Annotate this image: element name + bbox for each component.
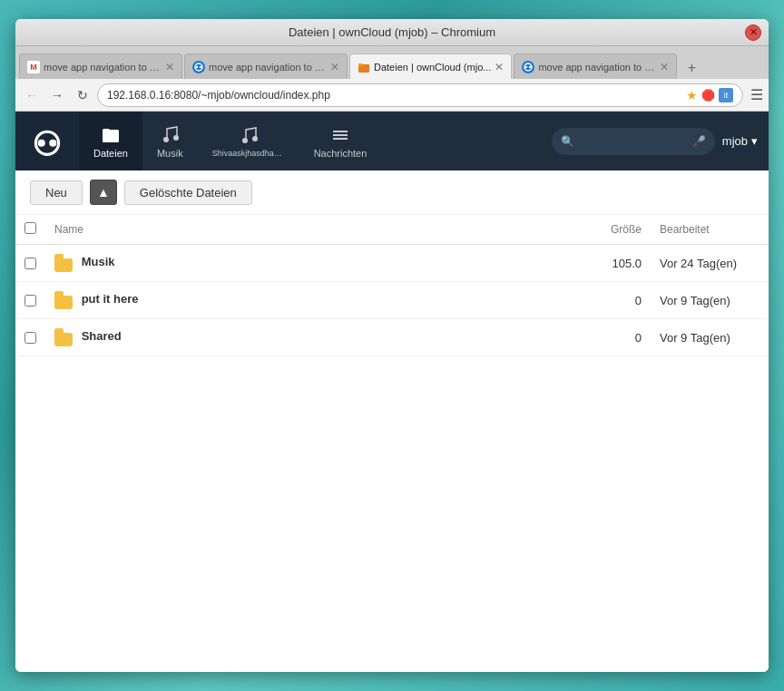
folder-icon-1 [54, 291, 73, 309]
app-navbar: Dateien Musik Shivaaskjhasdhaadjhlksdasd [15, 112, 769, 170]
svg-point-16 [252, 136, 258, 141]
window-title: Dateien | ownCloud (mjob) – Chromium [289, 25, 495, 39]
row-checkbox-2[interactable] [24, 332, 36, 344]
music-nav-icon [160, 124, 180, 144]
microphone-icon[interactable]: 🎤 [692, 135, 706, 148]
svg-point-1 [196, 65, 198, 67]
row-name-2[interactable]: Shared [45, 319, 578, 356]
row-name-1[interactable]: put it here [45, 282, 578, 319]
tab-close-nav2[interactable]: ✕ [660, 61, 669, 73]
tab-nav1[interactable]: move app navigation to tc... ✕ [184, 54, 348, 79]
user-menu[interactable]: mjob ▾ [722, 134, 758, 148]
svg-point-9 [38, 139, 45, 146]
folder-icon-0 [54, 254, 73, 272]
row-size-0: 105.0 [578, 245, 651, 282]
reload-button[interactable]: ↻ [72, 84, 93, 106]
forward-button[interactable]: → [46, 84, 68, 106]
nav-search-area: 🔍 🎤 mjob ▾ [552, 128, 769, 155]
svg-point-6 [525, 65, 527, 67]
upload-button[interactable]: ▲ [90, 180, 117, 205]
tab-close-gmail[interactable]: ✕ [165, 61, 174, 73]
row-checkbox-cell [15, 282, 45, 319]
app-logo [15, 112, 79, 170]
tab-label-gmail: move app navigation to tc... [44, 62, 162, 73]
tab-nav2[interactable]: move app navigation to tc... ✕ [514, 54, 677, 79]
tab-close-dateien[interactable]: ✕ [495, 61, 504, 73]
browser-window: Dateien | ownCloud (mjob) – Chromium ✕ M… [15, 19, 769, 672]
extension-icon: it [719, 88, 733, 102]
tab-favicon-nav2 [522, 61, 534, 73]
shield-icon: 🛑 [701, 89, 715, 102]
nav-item-dateien[interactable]: Dateien [79, 112, 142, 170]
svg-point-14 [173, 135, 179, 141]
row-checkbox-cell [15, 319, 45, 356]
name-column-header: Name [45, 215, 578, 245]
tab-label-dateien: Dateien | ownCloud (mjo... [374, 62, 491, 73]
messages-nav-icon [330, 124, 350, 144]
select-all-checkbox[interactable] [24, 222, 36, 234]
tab-close-nav1[interactable]: ✕ [330, 61, 339, 73]
tab-dateien[interactable]: Dateien | ownCloud (mjo... ✕ [349, 54, 512, 79]
title-bar: Dateien | ownCloud (mjob) – Chromium ✕ [15, 19, 769, 46]
search-icon: 🔍 [561, 135, 574, 148]
nav-item-dateien-label: Dateien [93, 148, 128, 159]
nav-search-box[interactable]: 🔍 🎤 [552, 128, 715, 155]
table-row: Shared 0 Vor 9 Tag(en) [15, 319, 769, 356]
bookmark-icon[interactable]: ★ [686, 88, 698, 102]
deleted-files-button[interactable]: Gelöschte Dateien [124, 180, 252, 205]
new-tab-button[interactable]: + [679, 57, 704, 79]
window-close-button[interactable]: ✕ [745, 24, 761, 41]
main-content: Neu ▲ Gelöschte Dateien Name Größe Bearb… [15, 170, 769, 672]
nav-item-musik2[interactable]: Shivaaskjhasdhaadjhlksdasd [198, 112, 299, 170]
svg-rect-18 [333, 134, 348, 136]
address-bar: ← → ↻ 192.168.0.16:8080/~mjob/owncloud/i… [15, 79, 769, 112]
browser-menu-icon[interactable]: ☰ [750, 86, 763, 103]
row-date-2: Vor 9 Tag(en) [651, 319, 769, 356]
row-name-0[interactable]: Musik [45, 245, 578, 282]
row-checkbox-0[interactable] [24, 258, 36, 269]
nav-item-nachrichten[interactable]: Nachrichten [299, 112, 382, 170]
back-button[interactable]: ← [21, 84, 43, 106]
table-row: Musik 105.0 Vor 24 Tag(en) [15, 245, 769, 282]
row-size-2: 0 [578, 319, 651, 356]
url-text: 192.168.0.16:8080/~mjob/owncloud/index.p… [107, 89, 330, 102]
row-date-0: Vor 24 Tag(en) [651, 245, 769, 282]
svg-point-15 [242, 138, 248, 143]
svg-rect-17 [333, 131, 348, 132]
svg-rect-12 [103, 129, 110, 132]
user-menu-chevron-icon: ▾ [751, 134, 758, 148]
tab-bar: M move app navigation to tc... ✕ move ap… [15, 46, 769, 79]
row-date-1: Vor 9 Tag(en) [651, 282, 769, 319]
nav-items: Dateien Musik Shivaaskjhasdhaadjhlksdasd [79, 112, 552, 170]
svg-point-7 [529, 65, 531, 67]
nav-item-musik-label: Musik [157, 148, 183, 159]
user-name: mjob [722, 134, 748, 148]
files-toolbar: Neu ▲ Gelöschte Dateien [15, 170, 769, 215]
row-checkbox-1[interactable] [24, 295, 36, 307]
tab-favicon-dateien [358, 61, 370, 73]
nav-item-musik[interactable]: Musik [142, 112, 198, 170]
new-button[interactable]: Neu [30, 180, 83, 205]
tab-label-nav2: move app navigation to tc... [538, 62, 656, 73]
svg-point-10 [49, 139, 56, 146]
modified-column-header: Bearbeitet [651, 215, 769, 245]
music2-nav-icon [239, 125, 259, 145]
tab-label-nav1: move app navigation to tc... [209, 62, 327, 73]
file-table: Name Größe Bearbeitet Musik 105.0 Vor 24… [15, 215, 769, 356]
row-size-1: 0 [578, 282, 651, 319]
nav-item-musik2-label: Shivaaskjhasdhaadjhlksdasd [212, 149, 285, 158]
owncloud-logo-icon [31, 125, 64, 158]
row-checkbox-cell [15, 245, 45, 282]
tab-favicon-gmail: M [27, 61, 40, 73]
url-bar[interactable]: 192.168.0.16:8080/~mjob/owncloud/index.p… [97, 83, 743, 107]
select-all-header [15, 215, 45, 245]
svg-point-13 [163, 137, 169, 142]
svg-rect-19 [333, 138, 348, 140]
files-nav-icon [101, 124, 121, 144]
tab-gmail[interactable]: M move app navigation to tc... ✕ [19, 54, 182, 79]
table-row: put it here 0 Vor 9 Tag(en) [15, 282, 769, 319]
svg-point-2 [200, 65, 201, 67]
tab-favicon-nav1 [192, 61, 205, 73]
size-column-header: Größe [578, 215, 651, 245]
folder-icon-2 [54, 328, 73, 346]
